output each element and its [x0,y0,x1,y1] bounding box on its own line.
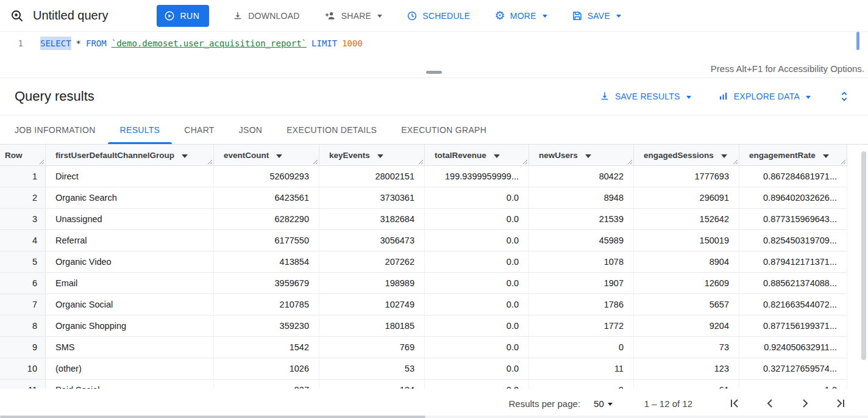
new-users-cell: 1078 [529,251,634,272]
horizontal-scrollbar-thumb[interactable] [0,416,425,418]
column-resize-grip[interactable] [841,159,846,165]
results-table: Row firstUserDefaultChannelGroup eventCo… [0,145,868,401]
tab-json[interactable]: JSON [227,115,275,144]
new-users-cell: 1772 [529,315,634,336]
new-users-cell: 1786 [529,294,634,315]
play-circle-icon [164,10,175,21]
next-page-button[interactable] [795,394,815,413]
total-revenue-cell: 0.0 [425,358,529,379]
engagement-rate-cell: 0.867284681971... [739,166,847,187]
column-header-engagedSessions[interactable]: engagedSessions [634,145,739,165]
column-header-firstUserDefaultChannelGroup[interactable]: firstUserDefaultChannelGroup [46,145,214,165]
run-button[interactable]: RUN [157,5,209,27]
editor-scrollbar-thumb[interactable] [856,32,859,50]
save-results-button[interactable]: SAVE RESULTS [599,91,691,102]
key-events-cell: 28002151 [319,166,425,187]
engaged-sessions-cell: 5657 [634,294,739,315]
tab-execution-graph[interactable]: EXECUTION GRAPH [389,115,499,144]
total-revenue-cell: 0.0 [425,273,529,294]
event-count-cell: 3959679 [214,273,319,294]
previous-page-button[interactable] [760,394,780,413]
more-button[interactable]: ⚙ MORE [487,5,554,26]
sql-code-line[interactable]: SELECT * FROM `demo.demoset.user_acquisi… [34,37,363,50]
arrow-drop-down-icon [806,96,811,99]
tab-job-information[interactable]: JOB INFORMATION [2,115,108,144]
event-count-cell: 1026 [214,358,319,379]
engaged-sessions-cell: 1777693 [634,166,739,187]
channel-group-cell: (other) [46,358,214,379]
query-icon [10,9,24,23]
new-users-cell: 0 [529,337,634,358]
first-page-button[interactable] [725,394,744,413]
query-toolbar: Untitled query RUN DOWNLOAD SHARE SCHE [0,0,868,32]
sql-editor[interactable]: 1 SELECT * FROM `demo.demoset.user_acqui… [0,32,868,77]
sort-arrow-icon[interactable] [182,154,188,158]
schedule-button[interactable]: SCHEDULE [399,5,477,26]
channel-group-cell: Email [46,273,214,294]
run-label: RUN [180,11,199,21]
tab-results[interactable]: RESULTS [108,115,173,144]
row-number-cell: 10 [0,358,46,379]
download-button[interactable]: DOWNLOAD [225,5,307,26]
engaged-sessions-cell: 12609 [634,273,739,294]
bar-chart-icon [718,91,729,102]
explore-data-button[interactable]: EXPLORE DATA [718,91,811,102]
clock-icon [407,10,418,21]
engagement-rate-cell: 0.821663544072... [739,294,847,315]
engaged-sessions-cell: 73 [634,337,739,358]
column-resize-grip[interactable] [418,159,424,165]
engagement-rate-cell: 0.924050632911... [739,337,847,358]
table-vertical-scrollbar[interactable] [860,149,866,386]
save-button[interactable]: SAVE [564,5,628,26]
column-resize-grip[interactable] [207,159,213,165]
vertical-scrollbar-thumb[interactable] [861,151,866,360]
share-label: SHARE [341,11,371,21]
table-horizontal-scrollbar[interactable] [0,416,868,418]
channel-group-cell: Organic Video [46,251,214,272]
share-button[interactable]: SHARE [317,5,390,27]
arrow-drop-down-icon [608,403,613,406]
table-row: 5 Organic Video 413854 207262 0.0 1078 8… [0,251,847,273]
page-size-dropdown[interactable]: 50 [594,398,613,409]
explore-data-label: EXPLORE DATA [734,92,800,101]
sql-table-reference[interactable]: `demo.demoset.user_acquisition_report` [112,37,307,50]
column-header-row[interactable]: Row [0,145,46,165]
column-resize-grip[interactable] [522,159,528,165]
sort-arrow-icon[interactable] [585,154,591,158]
sql-from-keyword: FROM [86,37,107,50]
expand-results-button[interactable] [838,90,851,103]
engaged-sessions-cell: 296091 [634,187,739,208]
column-header-eventCount[interactable]: eventCount [214,145,319,165]
table-row: 2 Organic Search 6423561 3730361 0.0 894… [0,187,847,209]
tab-chart[interactable]: CHART [172,115,226,144]
key-events-cell: 769 [319,337,425,358]
download-label: DOWNLOAD [248,11,299,21]
sort-arrow-icon[interactable] [377,154,383,158]
column-resize-grip[interactable] [627,159,633,165]
row-number-cell: 2 [0,187,46,208]
table-body: 1 Direct 52609293 28002151 199.939995999… [0,166,847,401]
sort-arrow-icon[interactable] [494,154,500,158]
new-users-cell: 1907 [529,273,634,294]
last-page-button[interactable] [831,394,850,413]
column-header-keyEvents[interactable]: keyEvents [319,145,425,165]
sort-arrow-icon[interactable] [721,154,727,158]
column-header-newUsers[interactable]: newUsers [529,145,634,165]
table-row: 7 Organic Social 210785 102749 0.0 1786 … [0,294,847,315]
unfold-more-icon [838,90,851,103]
column-header-engagementRate[interactable]: engagementRate [739,145,847,165]
row-number-cell: 6 [0,273,46,294]
channel-group-cell: Referral [46,230,214,251]
channel-group-cell: Organic Search [46,187,214,208]
column-resize-grip[interactable] [39,159,44,165]
tab-execution-details[interactable]: EXECUTION DETAILS [274,115,389,144]
sort-arrow-icon[interactable] [823,154,829,158]
person-add-icon [324,10,336,22]
column-resize-grip[interactable] [313,159,318,165]
column-resize-grip[interactable] [733,159,738,165]
column-header-totalRevenue[interactable]: totalRevenue [425,145,529,165]
row-number-cell: 8 [0,315,46,336]
splitter-drag-handle[interactable] [426,71,442,74]
save-results-label: SAVE RESULTS [615,92,680,101]
sort-arrow-icon[interactable] [276,154,282,158]
